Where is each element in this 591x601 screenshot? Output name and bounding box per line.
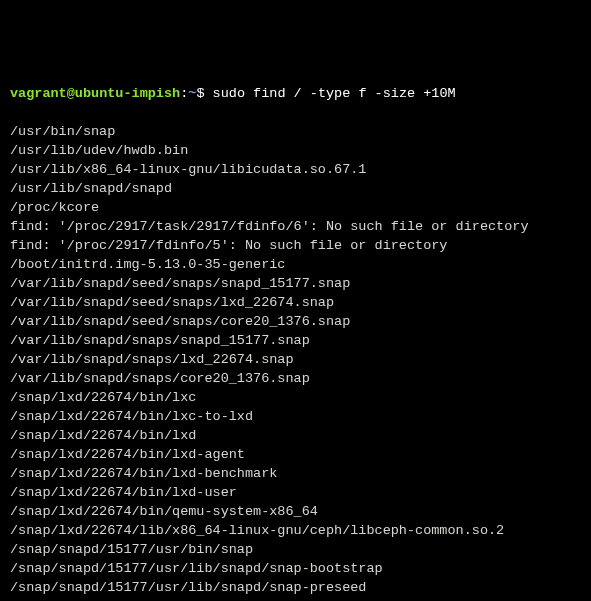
output-line: /usr/bin/snap [10, 122, 581, 141]
output-line: /usr/lib/snapd/snapd [10, 179, 581, 198]
output-line: /snap/lxd/22674/bin/lxc [10, 388, 581, 407]
output-line: /proc/kcore [10, 198, 581, 217]
output-line: /snap/snapd/15177/usr/lib/snapd/snap-rec… [10, 597, 581, 601]
output-line: /snap/snapd/15177/usr/lib/snapd/snap-pre… [10, 578, 581, 597]
output-line: /snap/snapd/15177/usr/lib/snapd/snap-boo… [10, 559, 581, 578]
command-output: /usr/bin/snap/usr/lib/udev/hwdb.bin/usr/… [10, 122, 581, 601]
output-line: /snap/lxd/22674/bin/lxd-agent [10, 445, 581, 464]
output-line: /boot/initrd.img-5.13.0-35-generic [10, 255, 581, 274]
output-line: /snap/lxd/22674/bin/lxd [10, 426, 581, 445]
output-line: /snap/lxd/22674/bin/lxd-user [10, 483, 581, 502]
command-text: sudo find / -type f -size +10M [213, 86, 456, 101]
output-line: /snap/lxd/22674/bin/qemu-system-x86_64 [10, 502, 581, 521]
output-line: /snap/lxd/22674/lib/x86_64-linux-gnu/cep… [10, 521, 581, 540]
output-line: /var/lib/snapd/snaps/core20_1376.snap [10, 369, 581, 388]
output-line: /var/lib/snapd/seed/snaps/lxd_22674.snap [10, 293, 581, 312]
output-line: /var/lib/snapd/snaps/lxd_22674.snap [10, 350, 581, 369]
output-line: /var/lib/snapd/snaps/snapd_15177.snap [10, 331, 581, 350]
output-line: /var/lib/snapd/seed/snaps/core20_1376.sn… [10, 312, 581, 331]
output-line: /usr/lib/udev/hwdb.bin [10, 141, 581, 160]
output-line: find: '/proc/2917/fdinfo/5': No such fil… [10, 236, 581, 255]
output-line: /snap/lxd/22674/bin/lxd-benchmark [10, 464, 581, 483]
prompt-host: ubuntu-impish [75, 86, 180, 101]
prompt-line-1: vagrant@ubuntu-impish:~$ sudo find / -ty… [10, 84, 581, 103]
prompt-at: @ [67, 86, 75, 101]
output-line: /usr/lib/x86_64-linux-gnu/libicudata.so.… [10, 160, 581, 179]
output-line: find: '/proc/2917/task/2917/fdinfo/6': N… [10, 217, 581, 236]
output-line: /snap/lxd/22674/bin/lxc-to-lxd [10, 407, 581, 426]
output-line: /snap/snapd/15177/usr/bin/snap [10, 540, 581, 559]
prompt-user: vagrant [10, 86, 67, 101]
prompt-dollar: $ [196, 86, 212, 101]
output-line: /var/lib/snapd/seed/snaps/snapd_15177.sn… [10, 274, 581, 293]
